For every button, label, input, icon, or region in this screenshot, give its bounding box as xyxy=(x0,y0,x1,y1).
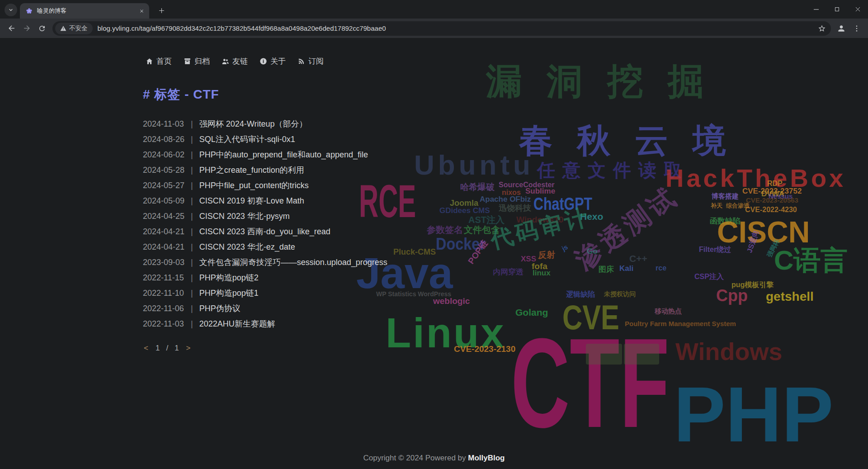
wordcloud-tag[interactable]: AST注入 xyxy=(468,215,505,224)
wordcloud-tag[interactable]: Sublime xyxy=(525,187,555,195)
word-cloud: 漏洞挖掘春秋云境任意文件读取UbuntuHackTheBoxCVE-2023-2… xyxy=(0,38,868,469)
wordcloud-tag[interactable]: linux xyxy=(533,269,551,277)
wordcloud-tag[interactable]: CVE-2023-2130 xyxy=(454,345,515,353)
nav-item-about[interactable]: 关于 xyxy=(257,55,288,67)
window-controls xyxy=(806,0,868,19)
site-nav: 首页 归档 友链 关于 订阅 xyxy=(143,55,326,67)
wordcloud-tag[interactable]: Ubuntu xyxy=(414,151,534,179)
browser-tab[interactable]: 喻灵的博客 xyxy=(20,3,149,19)
rss-icon xyxy=(297,57,305,65)
post-title-link[interactable]: CISCN 2023 华北-ez_date xyxy=(199,242,295,252)
wordcloud-tag[interactable]: CSP注入 xyxy=(694,273,724,280)
post-title-link[interactable]: CISCN 2019 初赛-Love Math xyxy=(199,195,304,206)
wordcloud-tag[interactable]: 参数签名 xyxy=(427,225,463,234)
nav-label: 关于 xyxy=(270,56,286,66)
post-title-link[interactable]: CISCN 2023 西南-do_you_like_read xyxy=(199,226,330,237)
post-title-link[interactable]: 强网杯 2024-Writeup（部分） xyxy=(199,118,307,129)
info-icon xyxy=(259,57,267,65)
wordcloud-tag[interactable]: CVE-2022-4230 xyxy=(745,206,797,213)
wordcloud-tag[interactable]: 春秋云境 xyxy=(519,124,750,157)
menu-button[interactable] xyxy=(849,21,864,36)
wordcloud-tag[interactable]: 哈希爆破 xyxy=(460,183,495,191)
wordcloud-tag[interactable]: 综合渗透 xyxy=(726,203,750,208)
wordcloud-tag[interactable]: PHP xyxy=(674,375,834,453)
forward-arrow-icon xyxy=(23,24,31,33)
wordcloud-tag[interactable]: 逻辑缺陷 xyxy=(566,291,595,298)
reload-icon xyxy=(38,24,46,33)
post-title-link[interactable]: 2022AHU新生赛题解 xyxy=(199,318,275,329)
tab-strip: 喻灵的博客 xyxy=(0,0,868,19)
wordcloud-tag[interactable]: Filter绕过 xyxy=(699,246,731,253)
back-button[interactable] xyxy=(4,21,19,36)
home-icon xyxy=(146,57,153,65)
wordcloud-highlight-box xyxy=(624,344,659,365)
site-favicon-flower-icon xyxy=(25,7,33,15)
wordcloud-tag[interactable]: 漏洞挖掘 xyxy=(486,63,728,99)
wordcloud-tag[interactable]: Windows xyxy=(675,339,783,364)
minimize-button[interactable] xyxy=(806,0,826,19)
wordcloud-tag[interactable]: getshell xyxy=(766,290,814,303)
page-footer: Copyright © 2024 Powered by MollyBlog xyxy=(0,454,868,463)
next-page-button[interactable]: > xyxy=(185,344,192,353)
wordcloud-tag[interactable]: 反射 xyxy=(538,251,555,259)
post-title-link[interactable]: PHP构造pop链2 xyxy=(199,272,259,283)
browser-toolbar: 不安全 blog.yvling.cn/tag/af9679082dd342c2c… xyxy=(0,19,868,38)
forward-button[interactable] xyxy=(19,21,34,36)
post-title-link[interactable]: 文件包含漏洞奇技淫巧——session.upload_progress xyxy=(199,257,387,268)
post-title-link[interactable]: SQL注入代码审计-sqli-0x1 xyxy=(199,134,295,145)
wordcloud-tag[interactable]: Apache OFbiz xyxy=(480,195,531,203)
address-bar[interactable]: 不安全 blog.yvling.cn/tag/af9679082dd342c2c… xyxy=(52,21,831,36)
security-label: 不安全 xyxy=(69,24,88,33)
post-title-link[interactable]: PHP中file_put_content的tricks xyxy=(199,180,309,191)
wordcloud-highlight-box xyxy=(586,344,622,365)
nav-item-rss[interactable]: 订阅 xyxy=(295,55,326,67)
wordcloud-tag[interactable]: js xyxy=(561,243,569,252)
nav-label: 订阅 xyxy=(308,56,324,66)
wordcloud-tag[interactable]: CTF xyxy=(511,319,670,447)
maximize-button[interactable] xyxy=(826,0,847,19)
post-title-link[interactable]: PHP中的auto_prepend_file和auto_append_file xyxy=(199,149,368,160)
wordcloud-tag[interactable]: Nessus xyxy=(769,193,793,199)
wordcloud-tag[interactable]: 迅饶科技 xyxy=(499,204,531,212)
user-avatar-icon xyxy=(837,24,846,33)
close-window-button[interactable] xyxy=(847,0,868,19)
wordcloud-tag[interactable]: GDidees CMS xyxy=(439,207,490,214)
copyright-text: Copyright © 2024 Powered by xyxy=(363,454,466,462)
security-chip[interactable]: 不安全 xyxy=(55,23,93,34)
blog-engine-link[interactable]: MollyBlog xyxy=(468,454,505,462)
wordcloud-tag[interactable]: Cpp xyxy=(716,288,748,304)
wordcloud-tag[interactable]: weblogic xyxy=(433,297,470,305)
wordcloud-tag[interactable]: RCE xyxy=(359,178,416,224)
kebab-menu-icon xyxy=(853,24,861,33)
wordcloud-tag[interactable]: 内网穿透 xyxy=(493,268,524,276)
wordcloud-tag[interactable]: CISCN xyxy=(717,217,810,247)
tab-title: 喻灵的博客 xyxy=(37,7,137,15)
reload-button[interactable] xyxy=(34,21,50,36)
wordcloud-tag[interactable]: C++ xyxy=(629,254,647,263)
post-title-link[interactable]: CISCN 2023 华北-pysym xyxy=(199,211,290,222)
browser-window: 喻灵的博客 xyxy=(0,0,868,469)
nav-item-friends[interactable]: 友链 xyxy=(219,55,250,67)
prev-page-button[interactable]: < xyxy=(143,344,149,353)
wordcloud-tag[interactable]: 博客搭建 xyxy=(712,193,739,199)
star-icon xyxy=(818,24,826,33)
post-title-link[interactable]: PHP之create_function的利用 xyxy=(199,165,304,175)
nav-item-archive[interactable]: 归档 xyxy=(181,55,212,67)
tab-search-button[interactable] xyxy=(5,4,17,16)
wordcloud-tag[interactable]: RDP xyxy=(767,180,783,187)
wordcloud-tag[interactable]: 补天 xyxy=(711,203,722,208)
plus-icon xyxy=(158,7,165,14)
wordcloud-tag[interactable]: rce xyxy=(656,265,666,272)
wordcloud-tag[interactable]: Kali xyxy=(619,265,633,272)
profile-button[interactable] xyxy=(834,21,849,36)
new-tab-button[interactable] xyxy=(156,5,167,16)
nav-item-home[interactable]: 首页 xyxy=(143,55,175,67)
wordcloud-tag[interactable]: 图床 xyxy=(599,265,614,273)
post-title-link[interactable]: PHP伪协议 xyxy=(199,303,241,314)
post-title-link[interactable]: PHP构造pop链1 xyxy=(199,288,259,298)
wordcloud-tag[interactable]: 未授权访问 xyxy=(604,291,636,297)
bookmark-star-button[interactable] xyxy=(815,22,829,35)
wordcloud-tag[interactable]: C语言 xyxy=(774,247,848,274)
tab-close-button[interactable] xyxy=(137,7,146,15)
wordcloud-tag[interactable]: Go xyxy=(587,247,598,255)
